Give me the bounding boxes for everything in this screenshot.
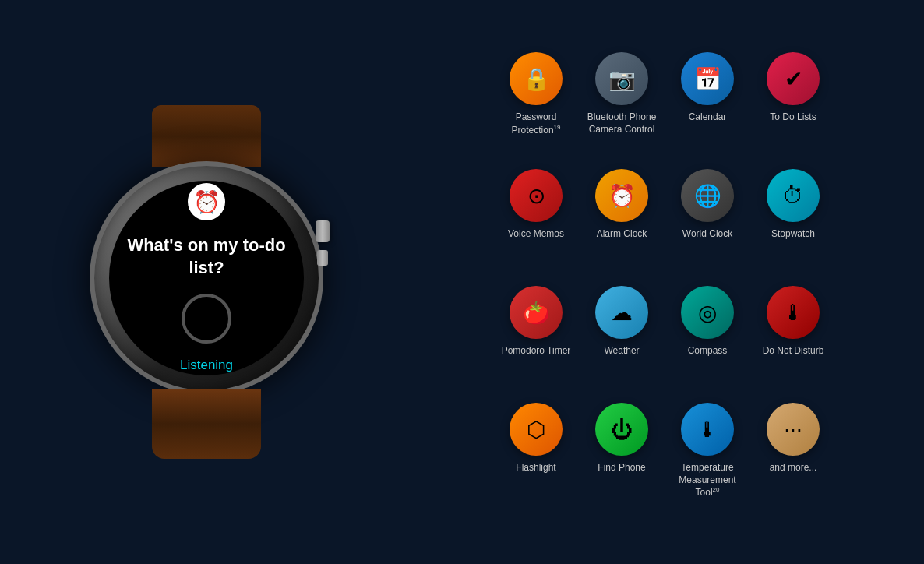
app-icon-pomodoro-timer: 🍅 (510, 286, 563, 339)
app-icon-weather: ☁ (595, 286, 648, 339)
app-icon-calendar: 📅 (681, 52, 734, 105)
app-icon-and-more: ··· (767, 403, 820, 456)
app-item-password-protection[interactable]: 🔒Password Protection19 (493, 52, 579, 161)
app-label-weather: Weather (604, 345, 639, 358)
app-icon-world-clock: 🌐 (681, 169, 734, 222)
app-item-voice-memos[interactable]: ⊙Voice Memos (493, 169, 579, 278)
app-label-temperature-tool: Temperature Measurement Tool20 (668, 462, 746, 499)
app-item-compass[interactable]: ◎Compass (665, 286, 750, 395)
watch-listening-text: Listening (180, 358, 233, 373)
app-item-do-not-disturb[interactable]: 🌡Do Not Disturb (750, 286, 836, 395)
app-icon-do-not-disturb: 🌡 (767, 286, 820, 339)
app-item-find-phone[interactable]: ⏻Find Phone (579, 403, 665, 512)
app-item-pomodoro-timer[interactable]: 🍅Pomodoro Timer (493, 286, 579, 395)
apps-section: 🔒Password Protection19📷Bluetooth Phone C… (413, 0, 924, 564)
app-label-find-phone: Find Phone (598, 462, 645, 474)
app-item-world-clock[interactable]: 🌐World Clock (665, 169, 750, 278)
watch-body: ⏰ What's on my to-do list? Listening (90, 161, 323, 395)
watch-screen: ⏰ What's on my to-do list? Listening (109, 181, 304, 375)
app-icon-stopwatch: ⏱ (767, 169, 820, 222)
app-icon-flashlight: ⬡ (510, 403, 563, 456)
app-item-calendar[interactable]: 📅Calendar (665, 52, 750, 161)
app-icon-temperature-tool: 🌡 (681, 403, 734, 456)
app-icon-compass: ◎ (681, 286, 734, 339)
app-label-password-protection: Password Protection19 (497, 111, 575, 136)
app-label-and-more: and more... (770, 462, 817, 474)
strap-top (152, 105, 261, 167)
app-icon-voice-memos: ⊙ (510, 169, 563, 222)
crown-bottom (317, 250, 328, 266)
watch-alarm-icon: ⏰ (188, 183, 225, 220)
watch-section: ⏰ What's on my to-do list? Listening (0, 0, 413, 564)
watch-container: ⏰ What's on my to-do list? Listening (90, 99, 323, 465)
watch-listening-ring (182, 294, 231, 344)
app-label-calendar: Calendar (689, 111, 727, 124)
app-label-stopwatch: Stopwatch (771, 228, 815, 241)
app-item-alarm-clock[interactable]: ⏰Alarm Clock (579, 169, 665, 278)
app-icon-alarm-clock: ⏰ (595, 169, 648, 222)
app-label-flashlight: Flashlight (516, 462, 555, 474)
app-label-compass: Compass (688, 345, 728, 358)
app-icon-bluetooth-phone-camera: 📷 (595, 52, 648, 105)
crown-top (316, 220, 330, 242)
app-icon-password-protection: 🔒 (510, 52, 563, 105)
app-icon-find-phone: ⏻ (595, 403, 648, 456)
app-icon-to-do-lists: ✔ (767, 52, 820, 105)
watch-screen-text: What's on my to-do list? (109, 234, 304, 279)
app-label-world-clock: World Clock (682, 228, 732, 241)
app-item-flashlight[interactable]: ⬡Flashlight (493, 403, 579, 512)
strap-bottom (152, 389, 261, 459)
app-item-to-do-lists[interactable]: ✔To Do Lists (750, 52, 836, 161)
apps-grid: 🔒Password Protection19📷Bluetooth Phone C… (493, 52, 836, 512)
app-label-voice-memos: Voice Memos (508, 228, 564, 241)
app-item-bluetooth-phone-camera[interactable]: 📷Bluetooth Phone Camera Control (579, 52, 665, 161)
app-label-alarm-clock: Alarm Clock (597, 228, 647, 241)
app-item-stopwatch[interactable]: ⏱Stopwatch (750, 169, 836, 278)
app-label-to-do-lists: To Do Lists (770, 111, 816, 124)
app-item-temperature-tool[interactable]: 🌡Temperature Measurement Tool20 (665, 403, 750, 512)
app-label-pomodoro-timer: Pomodoro Timer (502, 345, 571, 358)
app-item-and-more[interactable]: ···and more... (750, 403, 836, 512)
app-label-bluetooth-phone-camera: Bluetooth Phone Camera Control (583, 111, 661, 136)
app-item-weather[interactable]: ☁Weather (579, 286, 665, 395)
app-label-do-not-disturb: Do Not Disturb (763, 345, 824, 358)
